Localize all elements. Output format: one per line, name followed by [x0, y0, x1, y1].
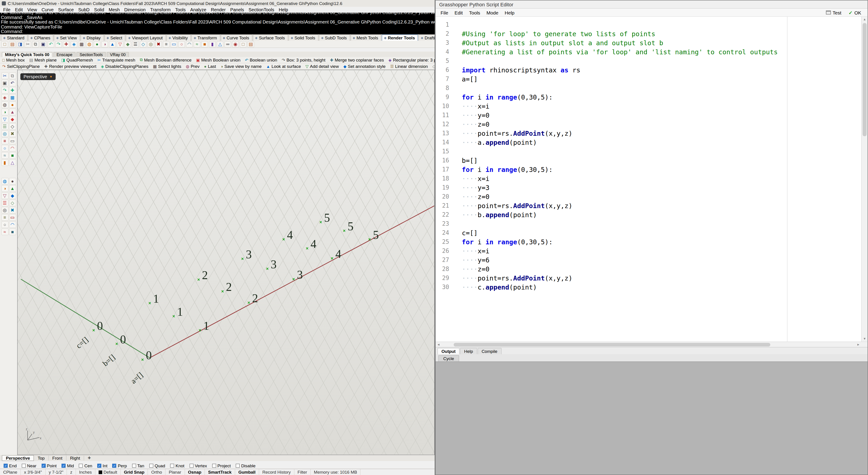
planar-icon[interactable]: ≡	[163, 41, 169, 47]
panel-tab-enscape[interactable]: Enscape	[53, 52, 75, 57]
group-icon[interactable]: △	[217, 41, 223, 47]
status-y-7-1-2[interactable]: y 7-1/2"	[45, 469, 67, 475]
tool-button-render-preview-viewport[interactable]: ✚Render preview viewport	[44, 64, 96, 69]
render-icon[interactable]: ■	[9, 229, 16, 235]
box-icon[interactable]: ◎	[1, 130, 8, 137]
osnap-checkbox-point[interactable]: ✓	[41, 464, 45, 468]
array-icon[interactable]: ◆	[9, 192, 16, 199]
code-line[interactable]: ····z=0	[452, 120, 861, 129]
osnap-perp[interactable]: ✓Perp	[113, 463, 127, 468]
tool-button-boolean-union[interactable]: ↶Boolean union	[245, 57, 277, 62]
osnap-checkbox-mid[interactable]: ✓	[62, 464, 66, 468]
viewport-tab-right[interactable]: Right	[66, 455, 84, 461]
cylinder-icon[interactable]: ≡	[1, 138, 8, 144]
tool-button-vertical-dime[interactable]: ◇Vertical dime	[432, 64, 435, 69]
rhino-menu-dimension[interactable]: Dimension	[122, 7, 148, 12]
select-icon[interactable]: ✂	[1, 72, 8, 79]
gumball-icon[interactable]: ☰	[1, 200, 8, 206]
osnap-tan[interactable]: Tan	[132, 463, 144, 468]
toolbar-tab-viewport-layout[interactable]: ◆Viewport Layout	[126, 34, 166, 41]
freeform-curve-icon[interactable]: ◑	[1, 109, 8, 115]
rhino-menu-panels[interactable]: Panels	[228, 7, 246, 12]
osnap-checkbox-tan[interactable]	[132, 464, 136, 468]
scale-icon[interactable]: ▲	[9, 185, 16, 192]
tool-button-triangulate-mesh[interactable]: ✂Triangulate mesh	[97, 57, 135, 62]
toolbar-tab-mesh-tools[interactable]: ◆Mesh Tools	[350, 34, 381, 41]
viewport-menu-arrow-icon[interactable]: ▼	[50, 75, 53, 78]
scale-icon[interactable]: ◠	[186, 41, 193, 47]
code-line[interactable]	[452, 57, 861, 66]
editor-menu-help[interactable]: Help	[502, 10, 518, 15]
print-icon[interactable]: ✂	[24, 41, 31, 47]
editor-menu-file[interactable]: File	[437, 10, 452, 15]
cut-icon[interactable]: ⧉	[32, 41, 39, 47]
polygon-icon[interactable]: ●	[9, 101, 16, 108]
horizontal-scrollbar[interactable]: ◄ ►	[436, 342, 868, 347]
toolbar-tab-solid-tools[interactable]: ◆Solid Tools	[288, 34, 318, 41]
layers-icon[interactable]: ✖	[9, 207, 16, 213]
osnap-checkbox-project[interactable]	[212, 464, 216, 468]
code-line[interactable]: ····b.append(point)	[452, 210, 861, 219]
editor-tab-compile[interactable]: Compile	[477, 348, 501, 354]
move-icon[interactable]: ◍	[1, 178, 8, 184]
ellipse-icon[interactable]: ▦	[9, 94, 16, 101]
code-line[interactable]: ····y=0	[452, 111, 861, 120]
osnap-end[interactable]: ✓End	[4, 463, 17, 468]
open-file-icon[interactable]: ▤	[9, 41, 16, 47]
code-line[interactable]	[452, 20, 861, 29]
move-icon[interactable]: ▭	[170, 41, 177, 47]
toolbar-tab-set-view[interactable]: ◆Set View	[54, 34, 80, 41]
toolbar-tab-subd-tools[interactable]: ◆SubD Tools	[319, 34, 350, 41]
tool-button-mesh-boolean-difference[interactable]: ⧉Mesh Boolean difference	[140, 57, 191, 62]
sphere-icon[interactable]: ✖	[9, 130, 16, 137]
rhino-menu-transform[interactable]: Transform	[148, 7, 173, 12]
code-line[interactable]: ····c.append(point)	[452, 283, 861, 292]
undo-icon[interactable]: ↷	[55, 41, 62, 47]
perspective-viewport[interactable]: Perspective ▼ ×0×1×2×3×4×5c=[]×0×1×2×3×4…	[17, 70, 435, 455]
tool-button-disableclippingplanes[interactable]: ◈DisableClippingPlanes	[101, 64, 148, 69]
status-inches[interactable]: Inches	[76, 469, 95, 475]
osnap-near[interactable]: Near	[22, 463, 36, 468]
toolbar-tab-visibility[interactable]: ◆Visibility	[166, 34, 191, 41]
panel-tab-vray-00[interactable]: VRay 00	[107, 52, 129, 57]
osnap-checkbox-cen[interactable]	[79, 464, 83, 468]
code-line[interactable]: ····z=0	[452, 192, 861, 201]
zoom-extents-icon[interactable]: ◑	[101, 41, 108, 47]
osnap-mid[interactable]: ✓Mid	[62, 463, 74, 468]
code-line[interactable]: #Output as lists in output slot a and ou…	[452, 38, 861, 48]
zoom-window-icon[interactable]: ▭	[9, 214, 16, 221]
zoom-extents-icon[interactable]: ○	[1, 221, 8, 228]
toolbar-tab-cplanes[interactable]: ◆CPlanes	[28, 34, 54, 41]
explode-icon[interactable]: ≈	[1, 152, 8, 159]
vertical-scroll-thumb[interactable]	[863, 23, 867, 136]
tool-button-mesh-plane[interactable]: ▤Mesh plane	[29, 57, 57, 62]
join-icon[interactable]: ◠	[9, 145, 16, 152]
lock-icon[interactable]: ▮	[209, 41, 216, 47]
viewport-tab-perspective[interactable]: Perspective	[2, 455, 34, 461]
status-cplane[interactable]: CPlane	[0, 469, 21, 475]
tool-button-rectangular-plane-3-points[interactable]: ◈Rectangular plane: 3 points	[389, 57, 435, 62]
tool-button-set-annotation-style[interactable]: ◆Set annotation style	[343, 64, 385, 69]
ungroup-icon[interactable]: ═	[224, 41, 231, 47]
code-line[interactable]: b=[]	[452, 156, 861, 165]
mirror-icon[interactable]: ▽	[1, 192, 8, 199]
zoom-icon[interactable]: ◍	[86, 41, 93, 47]
osnap-vertex[interactable]: Vertex	[189, 463, 207, 468]
code-line[interactable]: #Using 'for loop' to generate two lists …	[452, 29, 861, 38]
code-text-area[interactable]: #Using 'for loop' to generate two lists …	[452, 20, 861, 292]
tool-button-look-at-surface[interactable]: ▲Look at surface	[266, 64, 301, 69]
editor-tab-output[interactable]: Output	[437, 348, 460, 354]
osnap-checkbox-vertex[interactable]	[189, 464, 193, 468]
viewport-title-pill[interactable]: Perspective ▼	[20, 73, 56, 80]
rotate-icon[interactable]: ○	[178, 41, 185, 47]
osnap-checkbox-perp[interactable]: ✓	[113, 464, 117, 468]
boolean-icon[interactable]: ▭	[9, 138, 16, 144]
tool-button-add-detail-view[interactable]: ▽Add detail view	[306, 64, 339, 69]
line-icon[interactable]: ↷	[1, 87, 8, 94]
mesh-icon[interactable]: ○	[1, 145, 8, 152]
editor-titlebar[interactable]: Grasshopper Python Script Editor	[436, 0, 868, 8]
osnap-cen[interactable]: Cen	[79, 463, 92, 468]
tool-button-mesh-boolean-union[interactable]: ▣Mesh Boolean union	[196, 57, 240, 62]
tool-button-quadremesh[interactable]: ◨QuadRemesh	[61, 57, 93, 62]
rhino-menu-tools[interactable]: Tools	[173, 7, 188, 12]
